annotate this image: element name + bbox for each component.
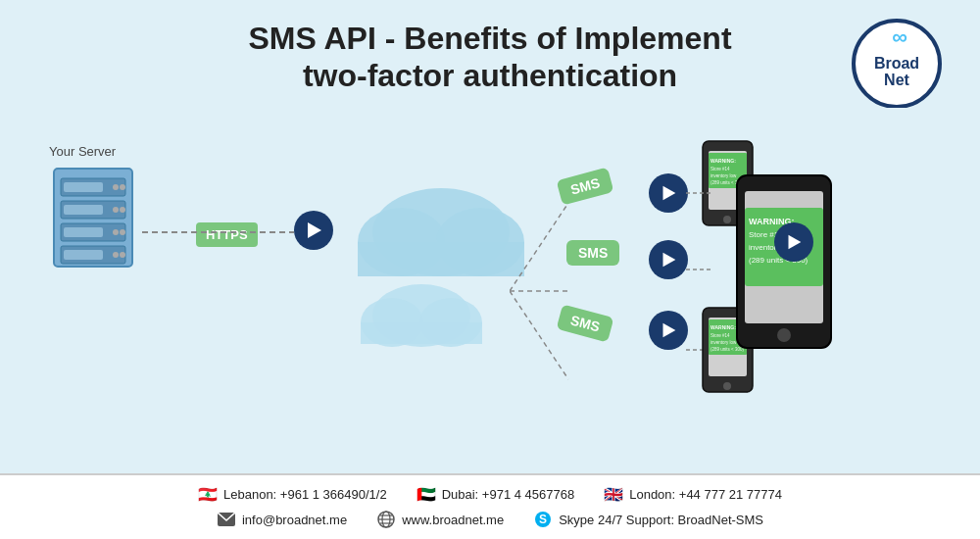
svg-text:∞: ∞ (892, 24, 907, 49)
server-label: Your Server (49, 144, 137, 159)
main-container: SMS API - Benefits of Implement two-fact… (0, 0, 980, 539)
sms-badge-mid: SMS (566, 240, 619, 266)
svg-text:Store #14: Store #14 (710, 333, 730, 338)
server-block: Your Server (49, 144, 137, 275)
footer-skype: S Skype 24/7 Support: BroadNet-SMS (533, 510, 763, 529)
diagram: Your Server (29, 115, 951, 409)
footer: 🇱🇧 Lebanon: +961 1 366490/1/2 🇦🇪 Dubai: … (0, 473, 980, 539)
svg-point-20 (120, 252, 125, 258)
title-line1: SMS API - Benefits of Implement (29, 20, 951, 57)
globe-icon (376, 510, 396, 529)
footer-row-1: 🇱🇧 Lebanon: +961 1 366490/1/2 🇦🇪 Dubai: … (20, 485, 960, 504)
title-line2: two-factor authentication (29, 57, 951, 94)
svg-marker-64 (789, 234, 802, 249)
svg-point-58 (777, 328, 791, 342)
footer-london: 🇬🇧 London: +44 777 21 77774 (604, 485, 782, 504)
svg-text:Broad: Broad (874, 55, 919, 72)
svg-marker-35 (663, 252, 676, 267)
arrow-to-large-phone (774, 222, 813, 262)
svg-line-31 (510, 203, 568, 291)
dubai-phone: Dubai: +971 4 4567768 (442, 487, 575, 502)
svg-marker-22 (308, 222, 321, 238)
svg-text:S: S (539, 513, 547, 526)
svg-point-8 (120, 184, 125, 190)
svg-rect-18 (64, 250, 103, 260)
lebanon-flag: 🇱🇧 (198, 485, 218, 504)
svg-rect-10 (64, 205, 103, 215)
https-label: HTTPS (196, 222, 258, 247)
svg-marker-36 (663, 322, 676, 337)
skype-text: Skype 24/7 Support: BroadNet-SMS (559, 513, 763, 527)
email-address: info@broadnet.me (242, 513, 347, 527)
arrow-sms-mid (649, 240, 688, 279)
arrow-main (294, 211, 333, 250)
skype-icon: S (533, 510, 553, 529)
dashed-lines-sms (510, 193, 588, 389)
svg-rect-14 (64, 227, 103, 237)
phone-large: WARNING: Store #14 inventory low (289 un… (735, 173, 833, 350)
svg-point-7 (113, 184, 119, 190)
arrow-sms-bot (649, 311, 688, 350)
svg-point-11 (113, 207, 119, 213)
lebanon-phone: Lebanon: +961 1 366490/1/2 (223, 487, 387, 502)
arrow-sms-top (649, 173, 688, 213)
footer-website: www.broadnet.me (376, 510, 504, 529)
svg-point-39 (723, 216, 731, 223)
footer-dubai: 🇦🇪 Dubai: +971 4 4567768 (416, 485, 575, 504)
london-flag: 🇬🇧 (604, 485, 623, 504)
svg-point-19 (113, 252, 119, 258)
svg-rect-6 (64, 182, 103, 192)
svg-line-33 (510, 291, 568, 379)
footer-email: info@broadnet.me (217, 510, 347, 529)
title-block: SMS API - Benefits of Implement two-fact… (29, 20, 951, 95)
footer-lebanon: 🇱🇧 Lebanon: +961 1 366490/1/2 (198, 485, 387, 504)
content-area: SMS API - Benefits of Implement two-fact… (0, 0, 980, 473)
svg-point-15 (113, 229, 119, 235)
svg-rect-30 (361, 322, 482, 344)
svg-text:inventory low: inventory low (710, 340, 737, 345)
svg-marker-34 (663, 185, 676, 200)
svg-point-12 (120, 207, 125, 213)
dubai-flag: 🇦🇪 (416, 485, 436, 504)
website-url: www.broadnet.me (402, 513, 504, 527)
london-phone: London: +44 777 21 77774 (629, 487, 782, 502)
svg-text:WARNING:: WARNING: (710, 324, 736, 330)
svg-point-16 (120, 229, 125, 235)
footer-row-2: info@broadnet.me www.broadnet.me (20, 510, 960, 529)
svg-point-50 (723, 382, 731, 390)
server-icon (49, 164, 137, 271)
dashed-line-server (142, 230, 299, 234)
envelope-icon (217, 510, 236, 529)
svg-rect-26 (358, 242, 524, 276)
logo: ∞ Broad Net (843, 15, 951, 103)
cloud-group (343, 154, 519, 350)
svg-text:Net: Net (884, 72, 909, 88)
